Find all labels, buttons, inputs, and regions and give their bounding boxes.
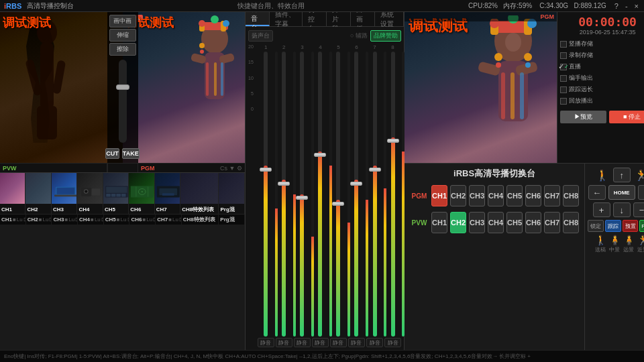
fader-4-track[interactable] bbox=[312, 52, 329, 337]
jog-home-btn[interactable]: HOME bbox=[608, 185, 635, 200]
minimize-button[interactable]: - bbox=[624, 2, 629, 10]
fader-8-handle[interactable] bbox=[387, 139, 399, 143]
svg-point-58 bbox=[524, 53, 532, 61]
svg-rect-55 bbox=[520, 72, 524, 119]
pvw-half: PVW bbox=[0, 164, 107, 172]
addon-chip[interactable]: 品牌赞助 bbox=[370, 30, 401, 42]
tab-mixer[interactable]: 调音台 bbox=[246, 12, 270, 26]
mute-2[interactable]: 静音 bbox=[276, 338, 292, 347]
jog-mode-pgm[interactable]: PGM bbox=[639, 220, 644, 232]
fader-2-track[interactable] bbox=[276, 52, 292, 337]
mute-5[interactable]: 静音 bbox=[330, 338, 347, 347]
mute-4[interactable]: 静音 bbox=[312, 338, 329, 347]
sw-pvw-ch3[interactable]: CH3 bbox=[469, 212, 485, 233]
thumb-ch2[interactable]: CH2 bbox=[25, 173, 51, 214]
rec-cb-5 bbox=[560, 86, 567, 93]
tab-console[interactable]: 调控台 bbox=[303, 12, 327, 26]
svg-rect-29 bbox=[106, 194, 111, 196]
trans-label-spacer bbox=[107, 164, 138, 172]
fader-6-handle[interactable] bbox=[350, 182, 362, 186]
transition-slider[interactable] bbox=[119, 60, 127, 143]
thumb-ch3[interactable]: CH3 bbox=[52, 173, 77, 214]
sw-pgm-ch2[interactable]: CH2 bbox=[450, 185, 466, 206]
sw-pvw-ch1[interactable]: CH1 bbox=[431, 212, 447, 233]
mute-7[interactable]: 静音 bbox=[366, 338, 383, 347]
tab-plugins[interactable]: 插件、字幕 bbox=[270, 12, 303, 26]
jog-left-btn[interactable]: ← bbox=[588, 185, 606, 200]
thumb-ch1[interactable]: CH1 bbox=[0, 173, 25, 214]
jog-mode-lock[interactable]: 锁定 bbox=[588, 220, 604, 232]
thumb-ch4[interactable]: CH4 bbox=[77, 173, 103, 214]
fader-1-handle[interactable] bbox=[260, 168, 272, 172]
take-button[interactable]: TAKE bbox=[122, 148, 140, 159]
help-button[interactable]: ? bbox=[613, 2, 620, 10]
fader-5-track[interactable] bbox=[330, 52, 347, 337]
thumb-ch7[interactable]: CH7 bbox=[155, 173, 180, 214]
label-mid: 中景 bbox=[609, 246, 620, 253]
sw-pvw-ch4[interactable]: CH4 bbox=[488, 212, 504, 233]
erase-button[interactable]: 擦除 bbox=[109, 43, 136, 56]
jog-up-btn[interactable]: ↑ bbox=[613, 168, 631, 182]
stretch-button[interactable]: 伸缩 bbox=[109, 29, 136, 42]
fader-3-track[interactable] bbox=[294, 52, 311, 337]
sw-pgm-ch4[interactable]: CH4 bbox=[488, 185, 504, 206]
mute-3[interactable]: 静音 bbox=[294, 338, 311, 347]
sw-pgm-ch7[interactable]: CH7 bbox=[544, 185, 560, 206]
ch-status-3: CH3 ■ Lu ⊡ bbox=[52, 215, 78, 225]
sw-pgm-ch3[interactable]: CH3 bbox=[469, 185, 485, 206]
fader-7-handle[interactable] bbox=[369, 168, 381, 172]
sw-pgm-ch6[interactable]: CH6 bbox=[525, 185, 541, 206]
ch-status-row: CH1 ■ Lu ⊡ CH2 ■ Lu ⊡ CH3 ■ Lu ⊡ bbox=[0, 214, 245, 225]
rec-label-1: 竖播存储 bbox=[569, 40, 593, 48]
middle-section: 调音台 插件、字幕 调控台 片片段 白画板 系统设置 bbox=[245, 12, 405, 350]
thumb-footer-2: CH2 bbox=[25, 204, 50, 214]
fader-1-track[interactable] bbox=[258, 52, 274, 337]
close-button[interactable]: × bbox=[633, 2, 640, 10]
huazhonghua-button[interactable]: 画中画 bbox=[109, 15, 136, 27]
fader-7-track[interactable] bbox=[366, 52, 383, 337]
preview-button[interactable]: ▶预览 bbox=[560, 111, 606, 123]
fader-6-track[interactable] bbox=[348, 52, 365, 337]
label-bar: PVW PGM Cs ▼ ⚙ bbox=[0, 163, 245, 172]
tab-settings[interactable]: 系统设置 bbox=[375, 12, 404, 26]
stop-button[interactable]: ■ 停止 bbox=[609, 111, 644, 123]
fader-8-track[interactable] bbox=[384, 52, 401, 337]
timer-date: 2019-06-25 15:47:35 bbox=[560, 29, 644, 36]
sw-pvw-ch8[interactable]: CH8 bbox=[563, 212, 579, 233]
mute-6[interactable]: 静音 bbox=[348, 338, 365, 347]
thumb-ch8[interactable]: CH8特效列表 bbox=[180, 173, 219, 214]
mute-8[interactable]: 静音 bbox=[384, 338, 401, 347]
fader-2-handle[interactable] bbox=[278, 182, 290, 186]
transition-thumb[interactable] bbox=[116, 84, 129, 90]
jog-plus-btn[interactable]: + bbox=[593, 202, 610, 217]
thumb-ch5[interactable]: CH5 bbox=[103, 173, 129, 214]
jog-down-btn[interactable]: ↓ bbox=[613, 202, 631, 217]
tab-clips[interactable]: 片片段 bbox=[327, 12, 351, 26]
person-icon-mid: 🧍 bbox=[609, 235, 621, 245]
sw-pvw-ch2[interactable]: CH2 bbox=[450, 212, 466, 233]
fader-1-fill bbox=[264, 166, 268, 337]
jog-minus-btn[interactable]: − bbox=[633, 202, 644, 217]
sw-pvw-ch5[interactable]: CH5 bbox=[506, 212, 523, 233]
fader-3-handle[interactable] bbox=[296, 196, 308, 200]
sw-pvw-ch7[interactable]: CH7 bbox=[544, 212, 560, 233]
sw-pgm-ch8[interactable]: CH8 bbox=[563, 185, 579, 206]
preview-row: 调试测试 画中画 伸缩 擦除 CUT TAKE bbox=[0, 12, 245, 163]
tab-whiteboard[interactable]: 白画板 bbox=[351, 12, 375, 26]
rec-cb-3: ✓ bbox=[560, 64, 567, 70]
jog-right-btn[interactable]: → bbox=[638, 185, 644, 200]
jog-mode-preset[interactable]: 预置 bbox=[623, 220, 639, 232]
transition-control: 画中画 伸缩 擦除 CUT TAKE bbox=[107, 12, 138, 163]
thumb-ch6[interactable]: CH6 bbox=[129, 173, 154, 214]
sw-pgm-ch1[interactable]: CH1 bbox=[431, 185, 447, 206]
mute-1[interactable]: 静音 bbox=[258, 338, 274, 347]
fader-5-handle[interactable] bbox=[332, 202, 344, 206]
sw-pvw-ch6[interactable]: CH6 bbox=[525, 212, 541, 233]
thumb-prg[interactable]: Prg混 bbox=[219, 173, 244, 214]
jog-mode-track[interactable]: 跟踪 bbox=[605, 220, 621, 232]
rec-label-4: 编手输出 bbox=[569, 74, 593, 82]
fader-4-handle[interactable] bbox=[314, 153, 326, 157]
timer-display: 00:00:00 2019-06-25 15:47:35 bbox=[560, 15, 644, 38]
cut-button[interactable]: CUT bbox=[105, 148, 119, 159]
sw-pgm-ch5[interactable]: CH5 bbox=[506, 185, 523, 206]
